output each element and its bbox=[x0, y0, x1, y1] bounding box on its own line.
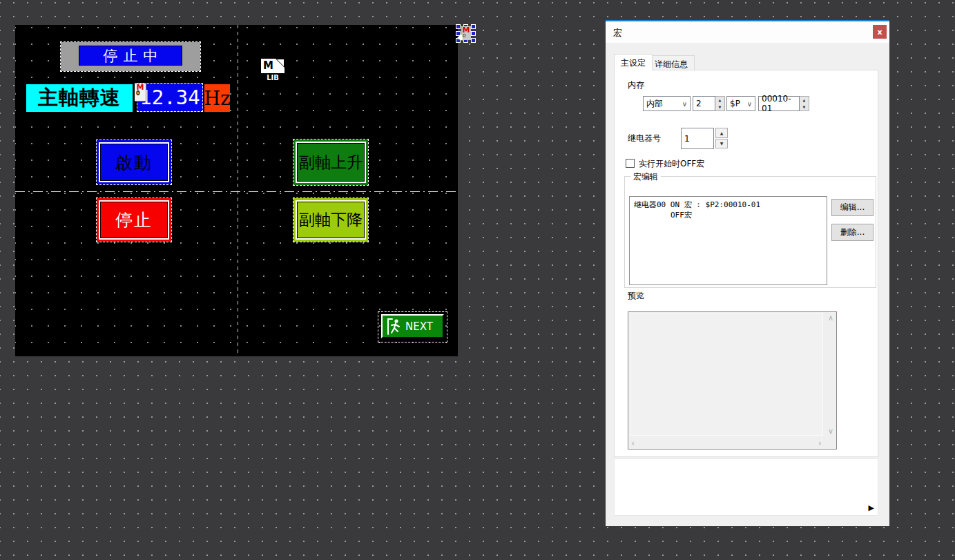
next-button[interactable]: NEXT bbox=[381, 314, 444, 338]
tab-details[interactable]: 详细信息 bbox=[648, 55, 695, 70]
preview-hscrollbar[interactable]: ‹ › bbox=[628, 437, 824, 449]
scroll-right-icon[interactable]: › bbox=[818, 438, 822, 448]
macro-list-line: OFF宏 bbox=[634, 211, 692, 220]
chevron-down-icon: ∨ bbox=[747, 100, 752, 108]
spin-up-icon[interactable]: ▲ bbox=[715, 97, 724, 104]
spindle-speed-label[interactable]: 主軸轉速 bbox=[26, 84, 133, 112]
close-button[interactable]: x bbox=[873, 25, 887, 39]
tab-main-settings[interactable]: 主设定 bbox=[614, 54, 653, 70]
hmi-canvas[interactable]: 停止中 主軸轉速 12.34 M 0 Hz M LIB 啟動 副軸上升 停止 副… bbox=[15, 25, 458, 356]
editor-workspace: 停止中 主軸轉速 12.34 M 0 Hz M LIB 啟動 副軸上升 停止 副… bbox=[0, 0, 955, 560]
memory-address-spinner[interactable]: 00010-01 ▲ ▼ bbox=[758, 96, 809, 111]
mlib-corner-shape-inner bbox=[277, 59, 284, 66]
exit-man-icon bbox=[386, 317, 404, 336]
memory-bank-spinner[interactable]: 2 ▲ ▼ bbox=[693, 96, 725, 111]
close-icon: x bbox=[877, 28, 882, 37]
stop-button-label: 停止 bbox=[100, 202, 168, 238]
dialog-bottom-panel: ▶ bbox=[614, 458, 878, 516]
memory-section-label: 内存 bbox=[628, 79, 644, 91]
stop-button[interactable]: 停止 bbox=[97, 198, 171, 242]
spin-up-icon[interactable]: ▲ bbox=[800, 97, 809, 104]
start-button[interactable]: 啟動 bbox=[97, 140, 171, 184]
relay-number-label: 继电器号 bbox=[628, 133, 661, 144]
edit-button[interactable]: 编辑... bbox=[831, 199, 874, 216]
macro-edit-group-label: 宏编辑 bbox=[630, 171, 661, 183]
preview-content bbox=[630, 313, 823, 436]
mark-mini-icon[interactable]: M 0 bbox=[135, 83, 146, 102]
relay-number-spinner[interactable]: 1 ▲ ▼ bbox=[681, 128, 728, 149]
delete-button[interactable]: 删除... bbox=[831, 224, 874, 241]
start-button-label: 啟動 bbox=[100, 144, 168, 181]
canvas-center-vline bbox=[238, 25, 238, 356]
status-lamp[interactable]: 停止中 bbox=[61, 42, 200, 71]
macro-list[interactable]: 继电器00 ON 宏 : $P2:00010-01 OFF宏 bbox=[629, 196, 827, 285]
chevron-down-icon: ∨ bbox=[682, 100, 687, 108]
status-lamp-label: 停止中 bbox=[79, 46, 182, 66]
canvas-center-hline bbox=[15, 191, 458, 192]
selection-handle[interactable] bbox=[456, 24, 461, 29]
next-button-label: NEXT bbox=[405, 320, 433, 333]
expand-arrow-icon[interactable]: ▶ bbox=[869, 503, 874, 512]
main-settings-panel: 内存 内部 ∨ 2 ▲ ▼ $P ∨ 00010-01 ▲ ▼ bbox=[614, 70, 878, 457]
sub-axis-up-label: 副軸上升 bbox=[297, 143, 365, 182]
sub-axis-down-label: 副軸下降 bbox=[297, 202, 365, 238]
spin-down-icon[interactable]: ▼ bbox=[800, 104, 809, 110]
preview-vscrollbar[interactable]: ∧ ∨ bbox=[824, 312, 836, 437]
mlib-m-text: M bbox=[263, 59, 273, 72]
unit-label[interactable]: Hz bbox=[204, 84, 230, 112]
mlib-icon[interactable]: M LIB bbox=[261, 59, 284, 82]
dialog-title: 宏 bbox=[613, 27, 622, 39]
spin-up-icon[interactable]: ▲ bbox=[715, 128, 728, 138]
off-macro-checkbox[interactable] bbox=[626, 159, 635, 168]
mlib-lib-text: LIB bbox=[261, 73, 284, 82]
scroll-left-icon[interactable]: ‹ bbox=[631, 438, 635, 448]
memory-area-combo[interactable]: 内部 ∨ bbox=[643, 96, 691, 111]
spin-down-icon[interactable]: ▼ bbox=[715, 104, 724, 110]
sub-axis-up-button[interactable]: 副軸上升 bbox=[293, 139, 368, 185]
off-macro-checkbox-label: 实行开始时OFF宏 bbox=[639, 158, 704, 170]
selection-handle[interactable] bbox=[471, 38, 476, 43]
spin-down-icon[interactable]: ▼ bbox=[715, 139, 728, 149]
speed-numeric-display[interactable]: 12.34 bbox=[137, 83, 203, 112]
selected-mark-object[interactable]: M 0 bbox=[456, 24, 476, 43]
sub-axis-down-button[interactable]: 副軸下降 bbox=[293, 198, 368, 242]
memory-device-combo[interactable]: $P ∨ bbox=[726, 96, 755, 111]
dialog-titlebar[interactable]: 宏 x bbox=[606, 21, 889, 43]
selection-handle[interactable] bbox=[471, 31, 476, 36]
scroll-down-icon[interactable]: ∨ bbox=[828, 427, 833, 436]
macro-dialog: 宏 x 主设定 详细信息 内存 内部 ∨ 2 ▲ ▼ bbox=[606, 20, 889, 526]
macro-list-line: 继电器00 ON 宏 : $P2:00010-01 bbox=[634, 200, 760, 209]
preview-label: 预览 bbox=[628, 290, 644, 302]
selection-handle[interactable] bbox=[471, 24, 476, 29]
preview-pane: ∧ ∨ ‹ › bbox=[628, 311, 837, 450]
speed-value: 12.34 bbox=[139, 86, 200, 109]
scroll-up-icon[interactable]: ∧ bbox=[828, 313, 833, 322]
